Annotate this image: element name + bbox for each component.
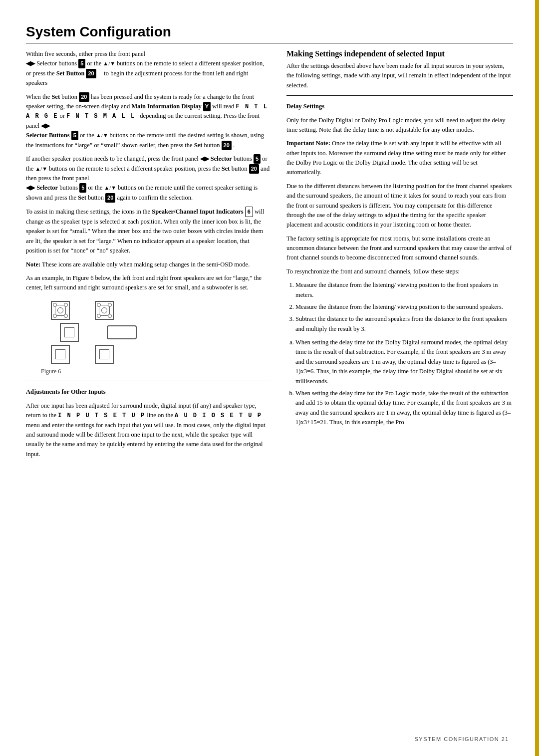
step-2: Measure the distance from the listening/… (295, 302, 513, 312)
alpha-step-a: When setting the delay time for the Dolb… (295, 338, 513, 386)
divider (26, 381, 270, 381)
right-divider (286, 95, 513, 96)
speaker-center-small (60, 323, 79, 342)
arrow-lr-icon2: ◀▶ (41, 122, 50, 129)
right-intro: After the settings described above have … (286, 61, 513, 90)
circle-bl (53, 314, 57, 318)
circle-br2 (108, 314, 112, 318)
speaker-surround-left (51, 345, 70, 364)
delay-para4: To resynchronize the front and surround … (286, 267, 513, 276)
delay-para3: The factory setting is appropriate for m… (286, 234, 513, 263)
speaker-subwoofer (107, 325, 137, 339)
badge-5d: 5 (79, 183, 86, 193)
speaker-diagram (51, 301, 270, 364)
figure-caption: Figure 6 (41, 367, 270, 376)
delay-para1: Only for the Dolby Digital or Dolby Pro … (286, 116, 513, 135)
circle-tl (53, 303, 57, 307)
important-note: Important Note: Once the delay time is s… (286, 139, 513, 178)
two-column-layout: Within five seconds, either press the fr… (26, 49, 513, 463)
step-1: Measure the distance from the listening/… (295, 280, 513, 300)
circle-bl2 (97, 314, 101, 318)
speaker-row-top (51, 301, 114, 320)
badge-y: Y (203, 102, 211, 111)
badge-6: 6 (245, 207, 253, 217)
up-down-icon2: ▲/▼ (96, 132, 110, 138)
para4: To assist in making these settings, the … (26, 207, 270, 256)
right-main-heading: Making Settings independent of selected … (286, 49, 513, 58)
arrow-lr-icon3: ◀▶ (200, 155, 211, 162)
para3: If another speaker position needs to be … (26, 154, 270, 203)
adj-para: After one input has been adjusted for su… (26, 401, 270, 459)
up-down-icon3: ▲/▼ (35, 166, 49, 172)
right-column: Making Settings independent of selected … (286, 49, 513, 463)
alpha-step-b: When setting the delay time for the Pro … (295, 389, 513, 428)
badge-20b: 20 (79, 92, 89, 102)
steps-list: Measure the distance from the listening/… (295, 280, 513, 334)
circle-tr (64, 303, 68, 307)
speaker-surround-right (95, 345, 114, 364)
badge-20a: 20 (86, 69, 96, 78)
speaker-row-bottom (51, 345, 114, 364)
delay-heading: Delay Settings (286, 102, 513, 111)
arrow-lr-icon4: ◀▶ (26, 184, 35, 191)
speaker-large-right (95, 301, 114, 320)
up-down-icon4: ▲/▼ (104, 185, 118, 191)
para-note: Note: These icons are available only whe… (26, 260, 270, 269)
up-down-icon: ▲/▼ (103, 60, 117, 66)
circle-tr2 (108, 303, 112, 307)
left-column: Within five seconds, either press the fr… (26, 49, 270, 463)
speaker-large-left (51, 301, 70, 320)
adj-heading: Adjustments for Other Inputs (26, 387, 270, 397)
badge-20c: 20 (222, 141, 232, 150)
para1: Within five seconds, either press the fr… (26, 49, 270, 88)
page: System Configuration Within five seconds… (0, 0, 539, 756)
badge-5: 5 (78, 59, 85, 68)
para2: When the Set button 20 has been pressed … (26, 92, 270, 151)
alpha-steps-list: When setting the delay time for the Dolb… (295, 338, 513, 427)
delay-para2: Due to the different distances between t… (286, 182, 513, 230)
footer-text: SYSTEM CONFIGURATION 21 (414, 736, 509, 742)
page-title: System Configuration (26, 24, 513, 43)
step-3: Subtract the distance to the surround sp… (295, 314, 513, 334)
circle-br (64, 314, 68, 318)
speaker-row-mid (60, 323, 137, 342)
para5: As an example, in Figure 6 below, the le… (26, 273, 270, 293)
badge-5c: 5 (254, 154, 261, 164)
badge-20d: 20 (249, 164, 259, 174)
badge-5b: 5 (71, 131, 78, 140)
circle-tl2 (97, 303, 101, 307)
figure6-area: Figure 6 (41, 301, 270, 376)
badge-20e: 20 (105, 193, 115, 203)
arrow-lr-icon: ◀▶ (26, 60, 35, 67)
